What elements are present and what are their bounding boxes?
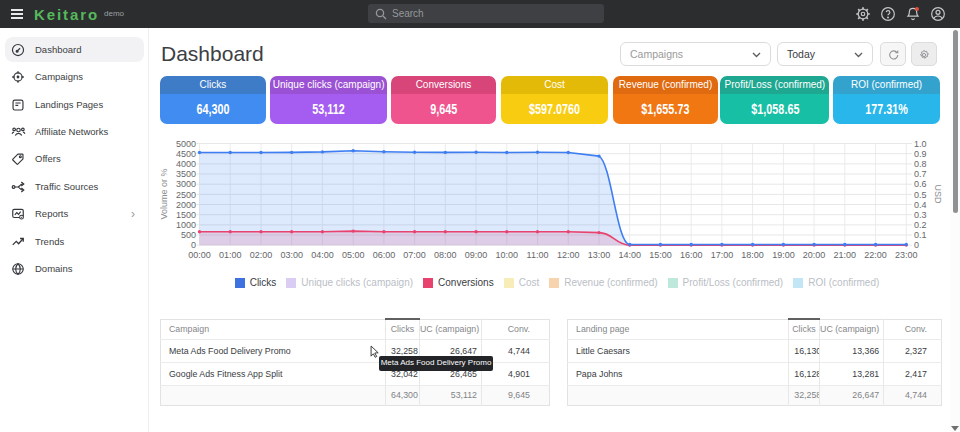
svg-text:1.0: 1.0 [914, 139, 927, 149]
svg-text:0: 0 [914, 240, 919, 250]
svg-text:21:00: 21:00 [834, 250, 857, 260]
svg-text:4000: 4000 [176, 159, 196, 169]
svg-text:0.3: 0.3 [914, 210, 927, 220]
svg-text:1000: 1000 [176, 220, 196, 230]
svg-text:Volume or %: Volume or % [160, 168, 169, 219]
svg-text:09:00: 09:00 [465, 250, 488, 260]
svg-text:0.2: 0.2 [914, 220, 927, 230]
svg-text:13:00: 13:00 [588, 250, 611, 260]
svg-text:USD: USD [933, 184, 943, 204]
svg-text:20:00: 20:00 [803, 250, 826, 260]
svg-text:17:00: 17:00 [711, 250, 734, 260]
svg-text:23:00: 23:00 [895, 250, 918, 260]
svg-text:01:00: 01:00 [219, 250, 242, 260]
svg-text:3500: 3500 [176, 169, 196, 179]
svg-text:0.1: 0.1 [914, 230, 927, 240]
svg-text:1500: 1500 [176, 210, 196, 220]
svg-text:14:00: 14:00 [618, 250, 641, 260]
svg-text:0: 0 [191, 240, 196, 250]
svg-text:0.4: 0.4 [914, 200, 927, 210]
svg-text:18:00: 18:00 [741, 250, 764, 260]
svg-text:00:00: 00:00 [188, 250, 211, 260]
svg-text:15:00: 15:00 [649, 250, 672, 260]
svg-text:2000: 2000 [176, 200, 196, 210]
svg-text:11:00: 11:00 [527, 250, 549, 260]
svg-text:16:00: 16:00 [680, 250, 703, 260]
svg-text:3000: 3000 [176, 179, 196, 189]
svg-text:04:00: 04:00 [311, 250, 334, 260]
svg-text:0.6: 0.6 [914, 179, 927, 189]
svg-text:0.8: 0.8 [914, 159, 927, 169]
svg-text:0.9: 0.9 [914, 149, 927, 159]
svg-text:500: 500 [181, 230, 196, 240]
svg-text:0.5: 0.5 [914, 190, 927, 200]
svg-text:12:00: 12:00 [557, 250, 580, 260]
svg-text:0.7: 0.7 [914, 169, 927, 179]
svg-text:06:00: 06:00 [373, 250, 396, 260]
svg-text:22:00: 22:00 [864, 250, 887, 260]
svg-text:08:00: 08:00 [434, 250, 457, 260]
svg-text:10:00: 10:00 [496, 250, 519, 260]
svg-text:07:00: 07:00 [403, 250, 426, 260]
svg-text:5000: 5000 [176, 139, 196, 149]
svg-text:19:00: 19:00 [772, 250, 795, 260]
svg-text:05:00: 05:00 [342, 250, 365, 260]
svg-text:02:00: 02:00 [250, 250, 273, 260]
svg-text:4500: 4500 [176, 149, 196, 159]
svg-text:2500: 2500 [176, 190, 196, 200]
svg-text:03:00: 03:00 [280, 250, 303, 260]
